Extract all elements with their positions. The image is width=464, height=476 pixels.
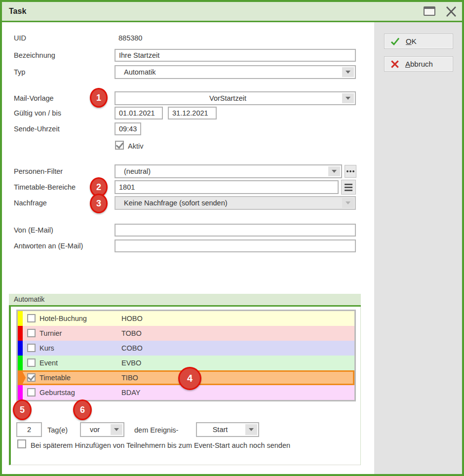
- row-color-stripe: [18, 326, 23, 341]
- mail-vorlage-value: VorStartzeit: [116, 92, 340, 104]
- hamburger-menu-icon: [345, 184, 352, 191]
- row-code: HOBO: [121, 311, 143, 326]
- late-add-label: Bei späterem Hinzufügen von Teilnehmern …: [31, 441, 290, 450]
- offset-anchor-value: Start: [197, 423, 243, 436]
- offset-direction-value: vor: [81, 423, 109, 436]
- cancel-button[interactable]: Abbruch: [384, 56, 453, 72]
- typ-label: Typ: [14, 68, 25, 77]
- antworten-email-input[interactable]: [115, 239, 356, 252]
- gueltig-bis-input[interactable]: [168, 107, 217, 119]
- von-email-input[interactable]: [115, 224, 356, 237]
- list-item[interactable]: KursCOBO: [18, 341, 354, 356]
- list-item[interactable]: Hotel-BuchungHOBO: [18, 311, 354, 326]
- close-icon: [444, 5, 458, 18]
- typ-dropdown[interactable]: Automatik: [115, 65, 356, 79]
- nachfrage-label: Nachfrage: [14, 198, 47, 207]
- nachfrage-dropdown: Keine Nachfrage (sofort senden): [115, 196, 356, 210]
- timetable-bereiche-input[interactable]: [115, 180, 339, 194]
- task-dialog: Task OK Abbruch UID Bezeichnung Typ Mail…: [0, 0, 464, 476]
- automatik-group-title: Automatik: [14, 295, 44, 303]
- row-code: BDAY: [121, 385, 140, 400]
- ok-label: OK: [406, 37, 417, 45]
- offset-anchor-dropdown-button[interactable]: [245, 424, 257, 435]
- action-panel: [374, 22, 462, 474]
- row-checkbox[interactable]: [27, 373, 36, 382]
- row-label: Timetable: [39, 370, 71, 385]
- nachfrage-dropdown-button: [342, 198, 354, 208]
- personen-filter-dropdown[interactable]: (neutral): [115, 164, 342, 178]
- late-add-checkbox[interactable]: [17, 439, 26, 448]
- row-code: TOBO: [121, 326, 142, 341]
- aktiv-checkbox[interactable]: [115, 141, 124, 150]
- timetable-bereiche-list-button[interactable]: [341, 180, 356, 195]
- typ-dropdown-button[interactable]: [342, 67, 354, 77]
- row-code: EVBO: [121, 356, 141, 370]
- row-color-stripe: [18, 385, 23, 400]
- gueltig-von-input[interactable]: [115, 107, 163, 119]
- dialog-title: Task: [9, 2, 26, 21]
- row-checkbox[interactable]: [27, 314, 36, 322]
- personen-filter-more-button[interactable]: [345, 165, 356, 178]
- row-checkbox[interactable]: [27, 358, 36, 367]
- cancel-label: Abbruch: [405, 60, 433, 68]
- row-code: TIBO: [121, 370, 138, 385]
- callout-badge-5: 5: [13, 399, 32, 420]
- maximize-icon: [424, 6, 435, 16]
- check-icon: [390, 37, 400, 46]
- row-checkbox[interactable]: [27, 329, 36, 337]
- sende-uhrzeit-input[interactable]: [115, 122, 141, 135]
- chevron-down-icon: [114, 428, 119, 431]
- aktiv-label: Aktiv: [128, 142, 143, 151]
- ellipsis-icon: [347, 170, 354, 172]
- title-bar: Task: [2, 2, 462, 22]
- row-label: Geburtstag: [39, 385, 75, 400]
- personen-filter-label: Personen-Filter: [14, 167, 63, 176]
- row-checkbox[interactable]: [27, 344, 36, 352]
- bezeichnung-input[interactable]: [115, 49, 356, 62]
- row-checkbox[interactable]: [27, 388, 36, 397]
- list-item[interactable]: TurnierTOBO: [18, 326, 354, 341]
- chevron-down-icon: [346, 71, 350, 74]
- offset-direction-dropdown-button[interactable]: [111, 424, 122, 435]
- chevron-down-icon: [249, 428, 254, 431]
- timetable-bereiche-label: Timetable-Bereiche: [14, 183, 76, 192]
- sende-uhrzeit-label: Sende-Uhrzeit: [14, 124, 60, 133]
- offset-unit-label: Tag(e): [47, 426, 68, 435]
- chevron-down-icon: [332, 170, 337, 173]
- mail-vorlage-dropdown[interactable]: VorStartzeit: [115, 91, 356, 105]
- von-email-label: Von (E-Mail): [14, 226, 53, 235]
- row-label: Turnier: [39, 326, 62, 341]
- callout-badge-4: 4: [178, 367, 201, 390]
- row-color-stripe: [18, 356, 23, 370]
- uid-label: UID: [14, 34, 26, 42]
- mail-vorlage-label: Mail-Vorlage: [14, 94, 54, 103]
- typ-value: Automatik: [116, 66, 340, 78]
- callout-badge-3: 3: [90, 194, 108, 213]
- close-button[interactable]: [444, 5, 458, 18]
- bezeichnung-label: Bezeichnung: [14, 51, 55, 60]
- maximize-button[interactable]: [424, 6, 436, 17]
- personen-filter-dropdown-button[interactable]: [328, 166, 340, 176]
- row-label: Kurs: [39, 341, 54, 356]
- row-code: COBO: [121, 341, 143, 356]
- row-color-stripe: [18, 341, 23, 356]
- antworten-email-label: Antworten an (E-Mail): [14, 241, 83, 250]
- offset-direction-dropdown[interactable]: vor: [80, 422, 124, 437]
- chevron-down-icon: [346, 201, 350, 204]
- mail-vorlage-dropdown-button[interactable]: [342, 93, 354, 103]
- personen-filter-value: (neutral): [116, 165, 326, 177]
- row-label: Hotel-Buchung: [39, 311, 87, 326]
- row-color-stripe: [18, 311, 23, 326]
- offset-days-input[interactable]: [16, 422, 42, 437]
- uid-value: 885380: [118, 34, 142, 42]
- nachfrage-value: Keine Nachfrage (sofort senden): [116, 197, 340, 209]
- gueltig-label: Gültig von / bis: [14, 109, 61, 118]
- chevron-down-icon: [346, 97, 350, 100]
- row-color-stripe: [18, 370, 26, 385]
- offset-middle-label: dem Ereignis-: [134, 426, 178, 435]
- callout-badge-6: 6: [73, 399, 92, 420]
- callout-badge-1: 1: [90, 88, 108, 108]
- automatik-group-header: Automatik: [9, 294, 361, 307]
- offset-anchor-dropdown[interactable]: Start: [196, 422, 259, 437]
- ok-button[interactable]: OK: [384, 34, 453, 49]
